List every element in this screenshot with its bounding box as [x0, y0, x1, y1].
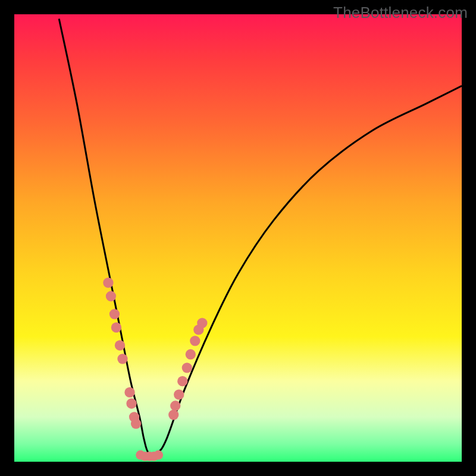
- data-point-dot: [117, 353, 127, 364]
- data-point-dot: [182, 362, 192, 372]
- data-point-dot: [174, 390, 184, 400]
- data-point-dot: [126, 399, 136, 409]
- data-point-dot: [115, 340, 125, 350]
- markers-left-branch: [103, 278, 141, 429]
- data-point-dot: [168, 409, 178, 419]
- data-point-dot: [109, 309, 120, 319]
- bottleneck-curve: [59, 19, 462, 455]
- markers-right-branch: [168, 318, 207, 419]
- data-point-dot: [197, 318, 207, 328]
- data-point-dot: [124, 387, 134, 397]
- data-point-dot: [170, 400, 180, 411]
- chart-overlay-svg: [14, 14, 462, 462]
- data-point-dot: [131, 418, 141, 428]
- data-point-dot: [177, 376, 187, 386]
- watermark-text: TheBottleneck.com: [333, 4, 468, 22]
- data-point-dot: [103, 278, 113, 288]
- markers-minimum: [136, 450, 163, 461]
- chart-stage: TheBottleneck.com: [0, 0, 476, 476]
- data-point-dot: [154, 450, 163, 460]
- data-point-dot: [106, 291, 116, 301]
- data-point-dot: [186, 349, 196, 359]
- data-point-dot: [190, 336, 200, 346]
- data-point-dot: [111, 322, 121, 333]
